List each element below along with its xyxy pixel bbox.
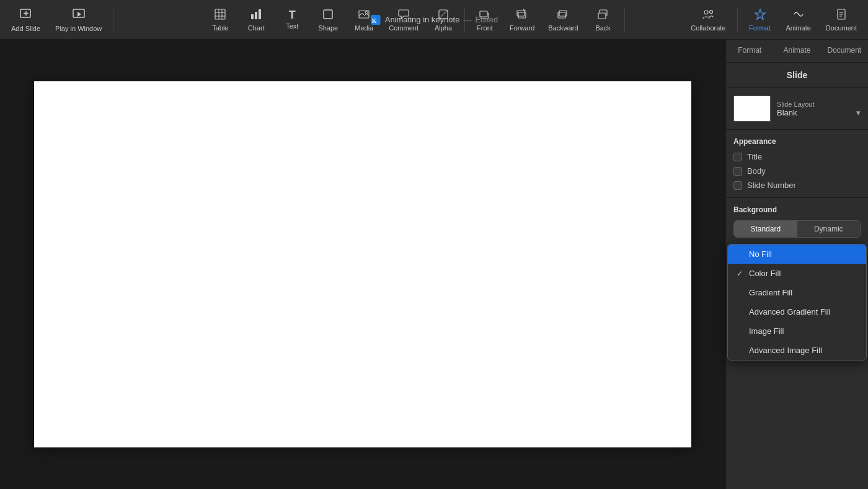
table-icon (214, 8, 226, 22)
add-slide-button[interactable]: Add Slide (5, 5, 46, 35)
color-fill-check-icon: ✓ (737, 269, 745, 278)
title-checkbox[interactable] (733, 153, 742, 161)
dropdown-item-advanced-gradient-fill[interactable]: Advanced Gradient Fill (728, 302, 866, 321)
text-icon: T (289, 9, 296, 20)
slide-number-checkbox-row: Slide Number (733, 181, 861, 190)
dropdown-item-image-fill[interactable]: Image Fill (728, 321, 866, 341)
svg-rect-13 (255, 12, 257, 19)
body-checkbox-row: Body (733, 166, 861, 176)
table-button[interactable]: Table (203, 6, 237, 34)
title-label: Title (747, 152, 762, 161)
slide-layout-section: Slide Layout Blank ▾ (726, 88, 868, 130)
slide-layout-label: Slide Layout (777, 101, 861, 108)
slide-canvas[interactable] (34, 81, 691, 447)
forward-button[interactable]: Forward (503, 6, 541, 34)
color-fill-label: Color Fill (749, 269, 781, 278)
advanced-gradient-fill-label: Advanced Gradient Fill (749, 307, 831, 316)
dropdown-item-advanced-image-fill[interactable]: Advanced Image Fill (728, 341, 866, 360)
main-layout: Format Animate Document Slide Slide Layo… (0, 40, 868, 489)
svg-text:K: K (372, 17, 377, 24)
appearance-title: Appearance (733, 137, 861, 146)
dropdown-item-color-fill[interactable]: ✓ Color Fill (728, 264, 866, 283)
document-icon (835, 8, 848, 22)
title-checkbox-row: Title (733, 152, 861, 161)
fill-dropdown-container: Color Fill ▾ No Fill ✓ Color Fill (733, 244, 861, 261)
dropdown-item-gradient-fill[interactable]: Gradient Fill (728, 283, 866, 302)
toolbar-center: K Animating in keynote — Edited (370, 14, 498, 25)
forward-icon (516, 8, 528, 22)
slide-thumbnail (733, 96, 771, 122)
right-panel: Format Animate Document Slide Slide Layo… (725, 40, 868, 489)
slide-layout-value: Blank ▾ (777, 108, 861, 117)
body-label: Body (747, 166, 766, 176)
animate-icon (792, 8, 805, 22)
svg-rect-12 (251, 14, 254, 19)
background-toggle-group: Standard Dynamic (733, 220, 861, 238)
text-button[interactable]: T Text (275, 7, 309, 32)
gradient-fill-label: Gradient Fill (749, 288, 792, 297)
dropdown-item-no-fill[interactable]: No Fill (728, 244, 866, 264)
back-icon (597, 8, 609, 22)
background-section: Background Standard Dynamic Color Fill ▾… (726, 198, 868, 269)
collaborate-icon (702, 8, 714, 22)
tab-format[interactable]: Format (726, 40, 773, 62)
backward-icon (557, 8, 569, 22)
slide-number-label: Slide Number (747, 181, 796, 190)
no-fill-label: No Fill (749, 249, 772, 259)
separator-4 (737, 7, 738, 32)
background-title: Background (733, 205, 861, 214)
slide-layout-chevron-icon[interactable]: ▾ (856, 108, 861, 117)
tab-animate[interactable]: Animate (773, 40, 820, 62)
separator-1 (113, 7, 113, 32)
title-separator: — (463, 15, 471, 24)
format-button[interactable]: Format (743, 6, 777, 34)
panel-header: Slide (726, 63, 868, 88)
panel-tabs: Format Animate Document (726, 40, 868, 63)
svg-rect-14 (259, 9, 261, 19)
document-status: Edited (475, 15, 498, 24)
toolbar: Add Slide Play in Window K Animating in … (0, 0, 868, 40)
fill-dropdown-menu: No Fill ✓ Color Fill Gradient Fill Advan… (727, 244, 867, 361)
svg-marker-4 (78, 12, 81, 17)
advanced-image-fill-label: Advanced Image Fill (749, 346, 822, 355)
shape-icon (322, 8, 334, 22)
document-title: Animating in keynote (385, 15, 460, 24)
separator-3 (624, 7, 625, 32)
svg-rect-15 (324, 10, 332, 19)
standard-toggle[interactable]: Standard (734, 221, 797, 237)
document-button[interactable]: Document (820, 6, 863, 34)
animate-button[interactable]: Animate (780, 6, 817, 34)
slide-number-checkbox[interactable] (733, 181, 742, 190)
image-fill-label: Image Fill (749, 326, 784, 336)
backward-button[interactable]: Backward (542, 6, 584, 34)
dynamic-toggle[interactable]: Dynamic (797, 221, 861, 237)
tab-document[interactable]: Document (821, 40, 868, 62)
play-window-icon (72, 7, 86, 23)
collaborate-button[interactable]: Collaborate (684, 6, 732, 34)
format-icon (754, 8, 766, 22)
svg-rect-7 (215, 9, 225, 19)
media-icon (358, 8, 370, 22)
chart-icon (250, 8, 262, 22)
slide-layout-info: Slide Layout Blank ▾ (777, 101, 861, 117)
play-in-window-button[interactable]: Play in Window (49, 5, 108, 35)
toolbar-left: Add Slide Play in Window (5, 5, 116, 35)
svg-point-30 (710, 10, 713, 13)
canvas-area (0, 40, 725, 489)
back-button[interactable]: Back (586, 6, 621, 34)
shape-button[interactable]: Shape (311, 6, 345, 34)
toolbar-right: Collaborate Format Animate (684, 6, 863, 34)
svg-rect-28 (598, 13, 606, 19)
body-checkbox[interactable] (733, 167, 742, 176)
add-slide-icon (19, 7, 33, 23)
keynote-icon: K (370, 14, 381, 25)
svg-point-29 (704, 11, 708, 14)
chart-button[interactable]: Chart (239, 6, 273, 34)
slide-layout-name: Blank (777, 108, 797, 117)
appearance-section: Appearance Title Body Slide Number (726, 130, 868, 198)
